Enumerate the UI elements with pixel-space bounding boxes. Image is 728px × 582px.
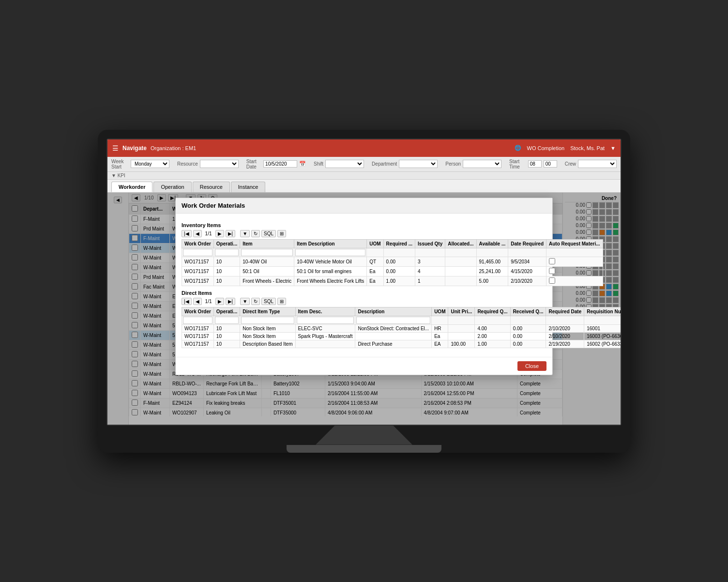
inv-prev-btn[interactable]: ◀ bbox=[193, 230, 202, 237]
inv-item: 50:1 Oil bbox=[240, 266, 294, 276]
kpi-section[interactable]: ▼ KPI bbox=[107, 172, 621, 180]
inv-filter-op[interactable] bbox=[215, 249, 239, 256]
dir-first-btn[interactable]: |◀ bbox=[182, 298, 192, 305]
inv-wo: WO171157 bbox=[182, 266, 214, 276]
inv-first-btn[interactable]: |◀ bbox=[182, 230, 192, 237]
inv-filter-wo[interactable] bbox=[183, 249, 212, 256]
inv-filter-btn[interactable]: ▼ bbox=[240, 230, 250, 237]
dir-grid-btn[interactable]: ⊞ bbox=[277, 298, 286, 305]
inv-th-datereq: Date Required bbox=[508, 239, 546, 248]
dir-itemdesc: Spark Plugs - Mastercraft bbox=[295, 332, 355, 340]
close-button[interactable]: Close bbox=[517, 361, 546, 371]
dir-type: Description Based Item bbox=[240, 340, 295, 348]
inv-last-btn[interactable]: ▶| bbox=[226, 230, 236, 237]
inventory-table: Work Order Operati... Item Item Descript… bbox=[182, 239, 603, 286]
inv-auto bbox=[546, 276, 603, 286]
dir-th-reqdate: Required Date bbox=[546, 307, 584, 316]
dir-recq: 0.00 bbox=[510, 332, 546, 340]
inv-item-desc: 50:1 Oil for small engines bbox=[294, 266, 367, 276]
tabs: Workorder Operation Resource Instance bbox=[107, 180, 621, 192]
inv-th-item: Item bbox=[240, 239, 294, 248]
dir-th-wo: Work Order bbox=[182, 307, 214, 316]
inv-sql-btn[interactable]: SQL bbox=[261, 230, 276, 237]
shift-select[interactable] bbox=[325, 160, 364, 168]
tab-resource[interactable]: Resource bbox=[193, 182, 230, 192]
inv-next-btn[interactable]: ▶ bbox=[215, 230, 224, 237]
inv-item-desc: 10-40W Vehicle Motor Oil bbox=[294, 257, 367, 266]
tab-operation[interactable]: Operation bbox=[153, 182, 191, 192]
hamburger-icon[interactable]: ☰ bbox=[112, 144, 119, 152]
dir-filter-row bbox=[182, 316, 622, 324]
inv-th-wo: Work Order bbox=[182, 239, 214, 248]
dir-filter-op[interactable] bbox=[215, 317, 239, 324]
tab-instance[interactable]: Instance bbox=[231, 182, 266, 192]
dept-select[interactable] bbox=[399, 160, 438, 168]
dir-refresh-btn[interactable]: ↻ bbox=[251, 298, 260, 305]
dir-next-btn[interactable]: ▶ bbox=[215, 298, 224, 305]
start-date-input[interactable] bbox=[263, 160, 297, 168]
inv-issued: 4 bbox=[415, 266, 445, 276]
dir-filter-type[interactable] bbox=[241, 317, 294, 324]
inventory-section-title: Inventory Items bbox=[182, 222, 546, 228]
user-menu-icon[interactable]: ▼ bbox=[610, 145, 616, 151]
inv-th-avail: Available ... bbox=[476, 239, 508, 248]
dir-op: 10 bbox=[213, 324, 240, 332]
dir-filter-itemdesc[interactable] bbox=[297, 317, 354, 324]
dir-type: Non Stock Item bbox=[240, 324, 295, 332]
dir-prev-btn[interactable]: ◀ bbox=[193, 298, 202, 305]
nav-label[interactable]: Navigate bbox=[122, 145, 147, 152]
dir-desc bbox=[355, 332, 432, 340]
dir-recq: 0.00 bbox=[510, 324, 546, 332]
wo-completion[interactable]: WO Completion bbox=[527, 145, 565, 151]
main-content: ◀ ◀ 1/10 ▶ ▶| ▼ ↻ ⚙ bbox=[107, 192, 621, 425]
inv-uom: Ea bbox=[367, 276, 383, 286]
modal-body: Inventory Items |◀ ◀ 1/1 ▶ ▶| ▼ ↻ SQL bbox=[176, 214, 552, 357]
inv-wo: WO171157 bbox=[182, 257, 214, 266]
crew-select[interactable] bbox=[578, 160, 617, 168]
modal-work-order-materials: Work Order Materials Inventory Items |◀ … bbox=[175, 198, 553, 375]
table-row: WO171157 10 50:1 Oil 50:1 Oil for small … bbox=[182, 266, 603, 276]
inv-auto-checkbox[interactable] bbox=[549, 268, 555, 274]
dir-filter-wo[interactable] bbox=[183, 317, 212, 324]
table-row: WO171157 10 Front Wheels - Electric Fron… bbox=[182, 276, 603, 286]
inv-req: 1.00 bbox=[383, 276, 415, 286]
person-select[interactable] bbox=[463, 160, 501, 168]
inv-refresh-btn[interactable]: ↻ bbox=[251, 230, 260, 237]
start-time-h[interactable] bbox=[528, 160, 542, 168]
inv-th-auto: Auto Request Materi... bbox=[546, 239, 603, 248]
inv-auto-checkbox[interactable] bbox=[549, 277, 555, 284]
inv-th-uom: UOM bbox=[367, 239, 383, 248]
dir-reqdate: 2/19/2020 bbox=[546, 340, 584, 348]
inv-date-req: 4/15/2020 bbox=[508, 266, 546, 276]
dir-reqnum: 16002 (PO-6633) bbox=[584, 340, 622, 348]
user-name[interactable]: Stock, Ms. Pat bbox=[570, 145, 605, 151]
inv-grid-btn[interactable]: ⊞ bbox=[277, 230, 286, 237]
dir-filter-btn[interactable]: ▼ bbox=[240, 298, 250, 305]
tab-workorder[interactable]: Workorder bbox=[111, 182, 152, 192]
start-time-m[interactable] bbox=[544, 160, 557, 168]
org-label: Organization : EM1 bbox=[151, 145, 196, 151]
calendar-icon[interactable]: 📅 bbox=[299, 161, 306, 167]
resource-label: Resource bbox=[177, 161, 198, 167]
dir-reqdate: 2/10/2020 bbox=[546, 324, 584, 332]
inv-uom: QT bbox=[367, 257, 383, 266]
resource-select[interactable] bbox=[200, 160, 239, 168]
inv-filter-row bbox=[182, 248, 603, 257]
inv-alloc bbox=[445, 257, 476, 266]
inv-uom: Ea bbox=[367, 266, 383, 276]
inv-filter-item[interactable] bbox=[241, 249, 293, 256]
dir-filter-desc[interactable] bbox=[356, 317, 430, 324]
dir-reqq: 2.00 bbox=[475, 332, 510, 340]
dir-sql-btn[interactable]: SQL bbox=[261, 298, 276, 305]
inv-wo: WO171157 bbox=[182, 276, 214, 286]
dir-last-btn[interactable]: ▶| bbox=[226, 298, 236, 305]
inv-auto-checkbox[interactable] bbox=[549, 258, 555, 264]
inv-filter-desc[interactable] bbox=[295, 249, 365, 256]
inv-item-desc: Front Wheels Electric Fork Lifts bbox=[294, 276, 367, 286]
week-start-select[interactable]: Monday bbox=[131, 160, 169, 168]
dir-reqnum: 16003 (PO-6636) bbox=[584, 332, 622, 340]
inv-avail: 5.00 bbox=[476, 276, 508, 286]
inv-op: 10 bbox=[213, 266, 240, 276]
table-row: WO171157 10 10-40W Oil 10-40W Vehicle Mo… bbox=[182, 257, 603, 266]
dir-reqq: 1.00 bbox=[475, 340, 510, 348]
